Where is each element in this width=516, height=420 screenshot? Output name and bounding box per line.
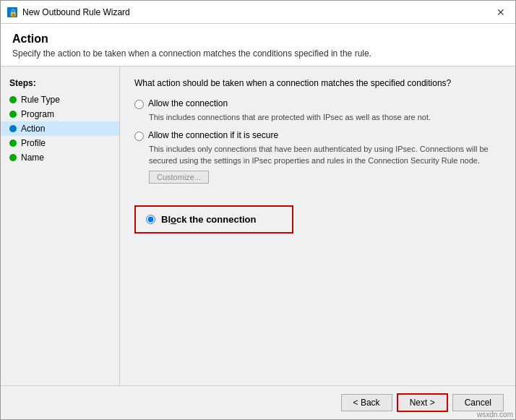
question-text: What action should be taken when a conne… xyxy=(134,78,501,88)
block-connection-radio[interactable] xyxy=(146,215,155,224)
sidebar-item-label: Profile xyxy=(21,138,46,148)
step-done-icon xyxy=(9,154,17,161)
main-panel: What action should be taken when a conne… xyxy=(120,67,515,385)
allow-connection-desc: This includes connections that are prote… xyxy=(149,112,501,123)
page-subtitle: Specify the action to be taken when a co… xyxy=(12,48,504,59)
sidebar-item-label: Rule Type xyxy=(21,95,60,105)
watermark: wsxdn.com xyxy=(477,411,513,419)
customize-button[interactable]: Customize... xyxy=(149,171,209,184)
sidebar-item-action[interactable]: Action xyxy=(1,121,119,136)
sidebar-item-label: Name xyxy=(21,153,44,163)
back-button[interactable]: < Back xyxy=(341,394,392,411)
block-connection-label[interactable]: Block the connection xyxy=(161,214,256,225)
page-title: Action xyxy=(12,33,504,46)
allow-secure-desc: This includes only connections that have… xyxy=(149,144,501,166)
step-done-icon xyxy=(9,140,17,147)
sidebar-item-profile[interactable]: Profile xyxy=(1,136,119,150)
steps-sidebar: Steps: Rule Type Program Action Profile … xyxy=(1,67,120,385)
allow-secure-label[interactable]: Allow the connection if it is secure xyxy=(148,130,278,140)
window-title: New Outbound Rule Wizard xyxy=(22,7,492,17)
block-connection-box: Block the connection xyxy=(134,205,293,233)
sidebar-item-label: Action xyxy=(21,124,45,134)
allow-secure-radio[interactable] xyxy=(134,132,144,141)
allow-connection-label[interactable]: Allow the connection xyxy=(148,98,228,108)
option-allow-secure-group: Allow the connection if it is secure Thi… xyxy=(134,130,501,191)
footer: < Back Next > Cancel xyxy=(1,385,515,419)
cancel-button[interactable]: Cancel xyxy=(452,394,504,411)
sidebar-item-program[interactable]: Program xyxy=(1,107,119,121)
sidebar-item-label: Program xyxy=(21,109,54,119)
allow-connection-radio[interactable] xyxy=(134,100,144,109)
steps-label: Steps: xyxy=(1,75,119,93)
next-button[interactable]: Next > xyxy=(397,393,448,412)
close-button[interactable]: ✕ xyxy=(492,4,509,21)
svg-text:🔒: 🔒 xyxy=(9,8,18,17)
option-allow-group: Allow the connection This includes conne… xyxy=(134,98,501,123)
sidebar-item-name[interactable]: Name xyxy=(1,150,119,165)
step-active-icon xyxy=(9,125,17,132)
step-done-icon xyxy=(9,111,17,118)
sidebar-item-rule-type[interactable]: Rule Type xyxy=(1,93,119,107)
wizard-icon: 🔒 xyxy=(7,7,18,18)
step-done-icon xyxy=(9,96,17,103)
